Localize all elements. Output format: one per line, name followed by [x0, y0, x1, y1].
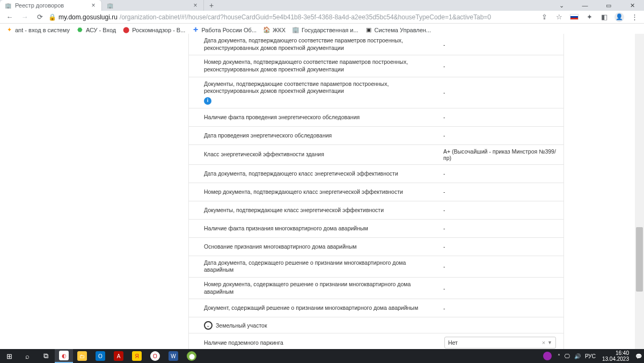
field-label: Дата документа, подтверждающего соответс… — [189, 34, 438, 55]
notifications-icon[interactable]: 💬 — [635, 353, 642, 359]
field-value: - — [438, 55, 564, 76]
share-icon[interactable]: ⇪ — [538, 11, 551, 24]
field-value: Нет × ▼ — [438, 333, 564, 349]
side-panel-icon[interactable]: ◧ — [598, 11, 611, 24]
bookmark-item[interactable]: ▣Система Управлен... — [363, 26, 433, 34]
field-value: - — [438, 238, 564, 256]
taskbar-app-explorer[interactable]: 🗀 — [73, 349, 91, 363]
table-row: Дата документа, подтверждающего соответс… — [189, 34, 564, 55]
field-value: - — [438, 108, 564, 126]
field-label: Основание признания многоквартирного дом… — [189, 238, 438, 256]
tray-icon[interactable] — [541, 349, 553, 363]
taskbar-app-acrobat[interactable]: A — [109, 349, 128, 363]
back-button[interactable]: ← — [3, 11, 16, 24]
field-label: Номер документа, подтверждающего соответ… — [189, 55, 438, 76]
bookmark-item[interactable]: 🏢Государственная и... — [290, 26, 361, 34]
field-label: Наличие подземного паркинга — [189, 333, 438, 349]
new-tab-button[interactable]: + — [204, 0, 219, 11]
taskbar-app-green[interactable]: ⬤ — [182, 349, 201, 363]
field-value: - — [438, 201, 564, 219]
favicon-icon: 🏢 — [106, 2, 114, 9]
field-label: Номер документа, подтверждающего класс э… — [189, 183, 438, 201]
select-value: Нет — [448, 339, 540, 346]
table-row: Документы, подтверждающие класс энергети… — [189, 201, 564, 220]
system-tray: ˄ 🖵 🔊 РУС 16:40 13.04.2023 💬 — [541, 349, 644, 363]
taskbar-app-chrome[interactable]: ◐ — [55, 349, 73, 363]
table-row: Номер документа, подтверждающего соответ… — [189, 55, 564, 77]
display-icon[interactable]: 🖵 — [565, 353, 570, 359]
minimize-button[interactable]: — — [573, 0, 597, 11]
bookmark-icon: ✚ — [192, 26, 199, 34]
close-icon[interactable]: × — [90, 2, 97, 9]
reload-button[interactable]: ⟳ — [33, 11, 46, 24]
bookmark-item[interactable]: ⬤Роскомнадзор - В... — [120, 26, 187, 34]
table-row: Документы, подтверждающие соответствие п… — [189, 77, 564, 108]
field-label: Документы, подтверждающие класс энергети… — [189, 201, 438, 219]
flag-icon[interactable] — [568, 11, 581, 24]
section-title: Земельный участок — [216, 322, 267, 329]
parking-select[interactable]: Нет × ▼ — [444, 337, 556, 349]
taskbar-app-yandex[interactable]: Я — [128, 349, 146, 363]
house-card: Дата документа, подтверждающего соответс… — [188, 34, 564, 349]
field-label: Документы, подтверждающие соответствие п… — [189, 77, 438, 108]
field-label: Дата документа, подтверждающего класс эн… — [189, 165, 438, 183]
field-value: - — [438, 165, 564, 183]
field-value: - — [438, 278, 564, 299]
section-land[interactable]: ⌄ Земельный участок — [189, 317, 564, 333]
field-value: - — [438, 256, 564, 277]
forward-button[interactable]: → — [18, 11, 31, 24]
row-underground-parking: Наличие подземного паркинга Нет × ▼ — [189, 333, 564, 349]
url-field[interactable]: 🔒 my.dom.gosuslugi.ru/organization-cabin… — [48, 13, 536, 21]
browser-tab-0[interactable]: 🏢 Реестр договоров × — [0, 0, 102, 11]
browser-tab-1[interactable]: 🏢 × — [102, 0, 204, 11]
chevron-down-icon: ▼ — [547, 340, 552, 345]
clock-date: 13.04.2023 — [602, 356, 629, 362]
field-value: A+ (Высочайший - приказ Минстроя №399/пр… — [438, 145, 564, 164]
table-row: Дата проведения энергетического обследов… — [189, 127, 564, 145]
task-view-button[interactable]: ⧉ — [36, 349, 55, 363]
taskbar-app-outlook[interactable]: O — [91, 349, 109, 363]
taskbar-app-opera[interactable]: O — [146, 349, 164, 363]
extensions-icon[interactable]: ✦ — [583, 11, 596, 24]
table-row: Дата документа, содержащего решение о пр… — [189, 256, 564, 278]
close-button[interactable]: ✕ — [620, 0, 644, 11]
taskbar: ⊞ ⌕ ⧉ ◐ 🗀 O A Я O W ⬤ ˄ 🖵 🔊 РУС 16:40 13… — [0, 349, 644, 363]
menu-icon[interactable]: ⋮ — [628, 11, 641, 24]
clock-time: 16:40 — [616, 350, 629, 356]
field-label: Дата документа, содержащего решение о пр… — [189, 256, 438, 277]
bookmark-item[interactable]: ✚Работа России Об... — [189, 26, 259, 34]
page-content: Дата документа, подтверждающего соответс… — [0, 34, 644, 349]
profile-avatar[interactable]: 👤 — [613, 11, 626, 24]
taskbar-app-word[interactable]: W — [164, 349, 182, 363]
field-value: - — [438, 77, 564, 108]
star-icon[interactable]: ☆ — [553, 11, 566, 24]
tray-chevron-icon[interactable]: ˄ — [558, 353, 560, 359]
field-label: Документ, содержащий решение о признании… — [189, 299, 438, 317]
field-value: - — [438, 127, 564, 144]
field-label: Дата проведения энергетического обследов… — [189, 127, 438, 144]
bookmark-item[interactable]: ⬣АСУ - Вход — [74, 26, 118, 34]
search-button[interactable]: ⌕ — [18, 349, 36, 363]
info-icon[interactable]: i — [204, 97, 211, 105]
bookmark-icon: 🏢 — [292, 26, 299, 34]
window-titlebar: 🏢 Реестр договоров × 🏢 × + ⌄ — ▭ ✕ — [0, 0, 644, 11]
clock[interactable]: 16:40 13.04.2023 — [600, 350, 631, 362]
maximize-button[interactable]: ▭ — [597, 0, 620, 11]
start-button[interactable]: ⊞ — [0, 349, 18, 363]
bookmark-item[interactable]: 🏠ЖКХ — [261, 26, 288, 34]
field-label: Класс энергетической эффективности здани… — [189, 145, 438, 164]
close-icon[interactable]: × — [192, 2, 199, 9]
field-value: - — [438, 183, 564, 201]
scrollbar-thumb[interactable] — [636, 227, 643, 292]
table-row: Наличие факта признания многоквартирного… — [189, 220, 564, 238]
chevron-down-icon: ⌄ — [204, 321, 213, 330]
bookmark-icon: ⬣ — [76, 26, 84, 34]
bookmark-icon: ▣ — [365, 26, 372, 34]
scrollbar[interactable] — [635, 34, 644, 349]
language-indicator[interactable]: РУС — [585, 353, 596, 359]
clear-icon[interactable]: × — [540, 339, 547, 346]
chevron-down-icon[interactable]: ⌄ — [550, 0, 573, 11]
volume-icon[interactable]: 🔊 — [574, 353, 581, 359]
field-label: Номер документа, содержащего решение о п… — [189, 278, 438, 299]
bookmark-item[interactable]: ✦ant - вход в систему — [3, 26, 72, 34]
